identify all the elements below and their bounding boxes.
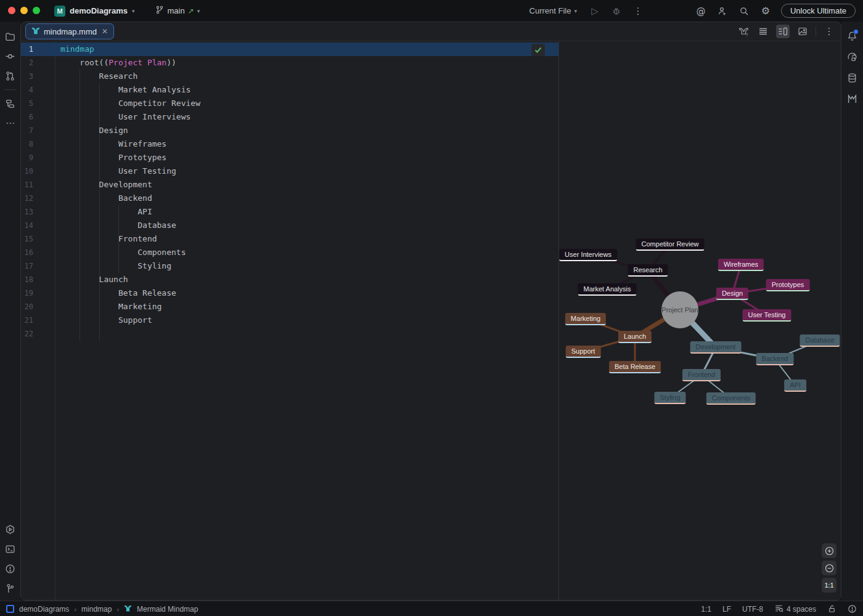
- indent-widget[interactable]: 4 spaces: [774, 604, 816, 615]
- zoom-out-button[interactable]: [822, 561, 836, 575]
- code-line[interactable]: 20 Marketing: [21, 300, 558, 314]
- close-tab-icon[interactable]: ✕: [102, 27, 108, 36]
- line-separator-widget[interactable]: LF: [722, 605, 731, 614]
- code-line[interactable]: 11 Development: [21, 178, 558, 192]
- outgoing-commits-icon: ↗: [188, 7, 194, 15]
- code-lines: 1mindmap2 root((Project Plan))3 Research…: [21, 43, 558, 341]
- mindmap-node-design: Design: [716, 288, 748, 300]
- module-icon: [6, 605, 14, 613]
- close-window-button[interactable]: [8, 7, 15, 14]
- inspections-ok-icon[interactable]: [531, 44, 545, 56]
- code-line[interactable]: 13 API: [21, 205, 558, 219]
- mindmap-node-beta: Beta Release: [609, 361, 661, 373]
- error-notification-icon[interactable]: [848, 604, 857, 614]
- maximize-window-button[interactable]: [33, 7, 40, 14]
- minimize-window-button[interactable]: [20, 7, 28, 14]
- project-widget[interactable]: M demoDiagrams ▾: [54, 6, 134, 17]
- more-tool-windows-icon[interactable]: ⋯: [3, 116, 18, 131]
- split-layout-icon[interactable]: [776, 25, 790, 38]
- services-tool-icon[interactable]: [3, 522, 18, 537]
- editor-tab-bar: mindmap.mmd ✕ ?: [21, 22, 841, 41]
- mermaid-tool-icon[interactable]: [845, 91, 860, 106]
- project-tool-icon[interactable]: [3, 29, 18, 44]
- file-writable-widget[interactable]: [827, 604, 836, 614]
- code-line[interactable]: 12 Backend: [21, 192, 558, 205]
- breadcrumb: demoDiagrams › mindmap › Mermaid Mindmap: [6, 604, 198, 614]
- line-number: 22: [21, 327, 33, 341]
- code-line[interactable]: 6 User Interviews: [21, 110, 558, 124]
- editor-more-options-icon[interactable]: ⋮: [822, 25, 836, 38]
- code-line[interactable]: 17 Styling: [21, 259, 558, 273]
- git-branch-icon: [155, 6, 164, 16]
- zoom-in-button[interactable]: [822, 543, 836, 558]
- title-bar: M demoDiagrams ▾ main ↗ ▾ Current File ▾: [0, 0, 863, 22]
- breadcrumb-element[interactable]: Mermaid Mindmap: [137, 605, 198, 614]
- search-everywhere-button[interactable]: [738, 5, 750, 17]
- line-number: 7: [21, 124, 33, 137]
- run-configuration-label: Current File: [530, 6, 571, 15]
- mindmap-node-launch: Launch: [618, 331, 652, 343]
- mermaid-file-icon: [124, 604, 132, 614]
- mermaid-file-icon: [31, 26, 40, 37]
- code-line[interactable]: 7 Design: [21, 124, 558, 137]
- database-tool-icon[interactable]: [845, 70, 860, 85]
- editor-only-layout-icon[interactable]: [756, 25, 770, 38]
- mindmap-node-prototypes: Prototypes: [766, 279, 810, 291]
- preview-only-layout-icon[interactable]: [796, 25, 809, 38]
- structure-tool-icon[interactable]: [3, 96, 18, 111]
- mindmap-node-development: Development: [690, 341, 742, 354]
- run-configuration-selector[interactable]: Current File ▾: [530, 6, 577, 15]
- encoding-widget[interactable]: UTF-8: [742, 605, 763, 614]
- code-line[interactable]: 21 Support: [21, 314, 558, 327]
- run-button[interactable]: ▷: [589, 5, 601, 17]
- line-number: 20: [21, 300, 33, 314]
- code-line[interactable]: 10 User Testing: [21, 164, 558, 178]
- project-icon: M: [54, 6, 65, 17]
- code-line[interactable]: 8 Wireframes: [21, 137, 558, 151]
- notifications-bell-icon[interactable]: [845, 28, 860, 43]
- terminal-tool-icon[interactable]: [3, 541, 18, 556]
- code-line[interactable]: 16 Components: [21, 246, 558, 259]
- code-line[interactable]: 15 Frontend: [21, 232, 558, 246]
- status-bar: demoDiagrams › mindmap › Mermaid Mindmap…: [0, 601, 863, 616]
- mermaid-preview-panel[interactable]: Project PlanResearchCompetitor ReviewUse…: [559, 41, 841, 600]
- debug-button[interactable]: [610, 5, 623, 17]
- code-line[interactable]: 3 Research: [21, 70, 558, 83]
- code-line[interactable]: 5 Competitor Review: [21, 97, 558, 110]
- code-line[interactable]: 9 Prototypes: [21, 151, 558, 164]
- unlock-ultimate-button[interactable]: Unlock Ultimate: [781, 4, 856, 18]
- mindmap-node-interviews: User Interviews: [559, 249, 617, 261]
- code-line[interactable]: 18 Launch: [21, 273, 558, 286]
- more-actions-button[interactable]: ⋮: [632, 5, 644, 17]
- line-number: 21: [21, 314, 33, 327]
- toolbar-separator: [816, 26, 816, 36]
- code-line[interactable]: 4 Market Analysis: [21, 83, 558, 97]
- line-number: 16: [21, 246, 33, 259]
- code-editor[interactable]: 1mindmap2 root((Project Plan))3 Research…: [21, 41, 559, 600]
- caret-position-widget[interactable]: 1:1: [701, 605, 711, 614]
- settings-gear-button[interactable]: ⚙: [759, 5, 772, 17]
- line-number: 15: [21, 232, 33, 246]
- ai-assistant-tool-icon[interactable]: [845, 49, 860, 64]
- tab-mindmap-mmd[interactable]: mindmap.mmd ✕: [25, 23, 114, 39]
- code-line[interactable]: 19 Beta Release: [21, 286, 558, 300]
- mermaid-settings-icon[interactable]: ?: [737, 25, 750, 38]
- zoom-reset-button[interactable]: 1:1: [822, 578, 836, 593]
- pull-requests-tool-icon[interactable]: [3, 68, 18, 83]
- mindmap-node-research: Research: [628, 264, 668, 277]
- code-line[interactable]: 1mindmap: [21, 43, 558, 56]
- problems-tool-icon[interactable]: [3, 561, 18, 576]
- window-controls: [8, 7, 40, 14]
- code-line[interactable]: 22: [21, 327, 558, 341]
- mindmap-node-usertesting: User Testing: [743, 309, 791, 322]
- vcs-widget[interactable]: main ↗ ▾: [155, 6, 200, 16]
- code-with-me-button[interactable]: [716, 5, 729, 17]
- commit-tool-icon[interactable]: [3, 49, 18, 63]
- code-line[interactable]: 14 Database: [21, 219, 558, 232]
- git-tool-icon[interactable]: [3, 581, 18, 596]
- breadcrumb-project[interactable]: demoDiagrams: [19, 605, 69, 614]
- breadcrumb-file[interactable]: mindmap: [81, 605, 112, 614]
- code-line[interactable]: 2 root((Project Plan)): [21, 56, 558, 70]
- ai-assistant-button[interactable]: @: [695, 5, 707, 17]
- mindmap-node-api: API: [784, 379, 806, 392]
